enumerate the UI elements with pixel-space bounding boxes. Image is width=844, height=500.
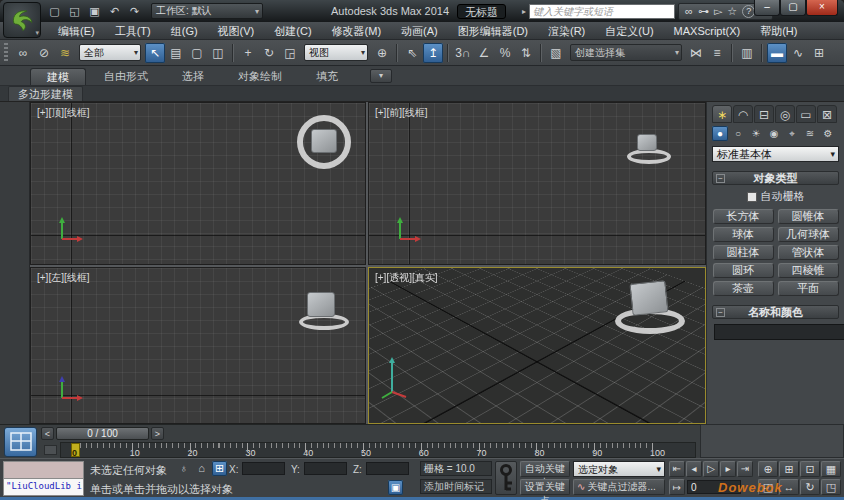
schematic-view-icon[interactable]: ⊞ bbox=[809, 43, 829, 63]
maxscript-mini-listener[interactable]: "LiuCloudLib i: bbox=[3, 461, 84, 497]
menu-item[interactable]: 渲染(R) bbox=[538, 22, 595, 40]
zoom-extents-all-icon[interactable]: ▦ bbox=[821, 461, 841, 477]
key-filters-button[interactable]: ∿关键点过滤器... bbox=[573, 479, 665, 495]
z-coordinate-input[interactable] bbox=[366, 462, 409, 475]
modify-tab-icon[interactable]: ◠ bbox=[733, 105, 753, 123]
menu-item[interactable]: 组(G) bbox=[161, 22, 208, 40]
align-icon[interactable]: ≡ bbox=[707, 43, 727, 63]
maximize-button[interactable]: ▢ bbox=[780, 0, 806, 16]
track-bar[interactable]: 0102030405060708090100 bbox=[60, 442, 696, 458]
zoom-all-icon[interactable]: ⊞ bbox=[779, 461, 799, 477]
use-pivot-center-icon[interactable]: ⊕ bbox=[372, 43, 392, 63]
select-and-link-icon[interactable]: ∞ bbox=[13, 43, 33, 63]
rollout-collapse-icon[interactable]: − bbox=[716, 174, 725, 183]
viewport-front-label[interactable]: [+][前][线框] bbox=[375, 106, 428, 120]
primitive-button[interactable]: 管状体 bbox=[778, 245, 839, 260]
primitive-button[interactable]: 长方体 bbox=[713, 209, 774, 224]
ribbon-tab[interactable]: 填充 bbox=[300, 68, 354, 85]
window-crossing-icon[interactable]: ◫ bbox=[208, 43, 228, 63]
orbit-icon[interactable]: ↻ bbox=[800, 479, 820, 495]
viewport-perspective-label[interactable]: [+][透视][真实] bbox=[375, 271, 438, 285]
key-mode-dropdown[interactable]: 选定对象 bbox=[573, 461, 665, 477]
primitive-button[interactable]: 四棱锥 bbox=[778, 263, 839, 278]
menu-item[interactable]: 修改器(M) bbox=[322, 22, 392, 40]
lights-category-icon[interactable]: ☀ bbox=[748, 126, 764, 141]
viewport-layout-tabs-button[interactable] bbox=[4, 427, 37, 457]
primitive-button[interactable]: 球体 bbox=[713, 227, 774, 242]
spinner-snap-icon[interactable]: ⇅ bbox=[516, 43, 536, 63]
scene-object-box[interactable] bbox=[311, 129, 337, 153]
cameras-category-icon[interactable]: ◉ bbox=[766, 126, 782, 141]
undo-icon[interactable]: ↶ bbox=[106, 3, 123, 19]
minimize-button[interactable]: – bbox=[754, 0, 780, 16]
menu-item[interactable]: 视图(V) bbox=[208, 22, 265, 40]
layer-manager-icon[interactable]: ▥ bbox=[737, 43, 757, 63]
rollout-collapse-icon[interactable]: − bbox=[716, 308, 725, 317]
select-move-icon[interactable]: + bbox=[238, 43, 258, 63]
search-input[interactable] bbox=[529, 4, 675, 19]
x-coordinate-input[interactable] bbox=[242, 462, 285, 475]
listener-macro-row[interactable] bbox=[3, 461, 84, 479]
scene-object-box[interactable] bbox=[637, 134, 657, 151]
workspace-dropdown[interactable]: 工作区: 默认 bbox=[151, 3, 263, 19]
select-rotate-icon[interactable]: ↻ bbox=[259, 43, 279, 63]
viewport-left[interactable]: [+][左][线框] bbox=[30, 267, 366, 424]
window-stack-icon[interactable]: ▣ bbox=[388, 480, 403, 495]
y-coordinate-input[interactable] bbox=[304, 462, 347, 475]
unlink-selection-icon[interactable]: ⊘ bbox=[34, 43, 54, 63]
ribbon-minimize-icon[interactable]: ▾ bbox=[370, 69, 392, 83]
go-to-start-button[interactable]: ⇤ bbox=[669, 461, 685, 477]
keyboard-override-icon[interactable]: ↥ bbox=[423, 43, 443, 63]
scene-object-box[interactable] bbox=[629, 280, 668, 316]
key-mode-toggle-button[interactable]: ↦ bbox=[669, 479, 685, 495]
reference-coordinate-dropdown[interactable]: 视图 bbox=[304, 44, 368, 61]
display-tab-icon[interactable]: ▭ bbox=[796, 105, 816, 123]
menu-item[interactable]: 编辑(E) bbox=[48, 22, 105, 40]
set-key-big-button[interactable] bbox=[495, 461, 517, 495]
menu-item[interactable]: 动画(A) bbox=[391, 22, 448, 40]
select-by-name-icon[interactable]: ▤ bbox=[166, 43, 186, 63]
mirror-icon[interactable]: ⋈ bbox=[686, 43, 706, 63]
shapes-category-icon[interactable]: ○ bbox=[730, 126, 746, 141]
go-to-end-button[interactable]: ⇥ bbox=[737, 461, 753, 477]
primitive-button[interactable]: 几何球体 bbox=[778, 227, 839, 242]
select-manipulate-icon[interactable]: ⇖ bbox=[402, 43, 422, 63]
zoom-extents-icon[interactable]: ⊡ bbox=[800, 461, 820, 477]
sign-in-key-icon[interactable]: ⊶ bbox=[698, 4, 709, 19]
viewport-top[interactable]: [+][顶][线框] bbox=[30, 102, 366, 265]
ribbon-toggle-icon[interactable]: ▬ bbox=[767, 43, 787, 63]
scene-object-box[interactable] bbox=[307, 292, 335, 317]
polygon-modeling-panel-tab[interactable]: 多边形建模 bbox=[8, 86, 83, 101]
ribbon-tab[interactable]: 自由形式 bbox=[88, 68, 164, 85]
menu-item[interactable]: 创建(C) bbox=[264, 22, 321, 40]
menu-item[interactable]: 自定义(U) bbox=[595, 22, 663, 40]
ribbon-tab[interactable]: 建模 bbox=[30, 68, 86, 85]
listener-script-row[interactable]: "LiuCloudLib i: bbox=[3, 479, 84, 496]
next-frame-arrow[interactable]: > bbox=[151, 427, 164, 440]
viewport-left-label[interactable]: [+][左][线框] bbox=[37, 271, 90, 285]
create-tab-icon[interactable]: ∗ bbox=[712, 105, 732, 123]
curve-editor-icon[interactable]: ∿ bbox=[788, 43, 808, 63]
communication-center-icon[interactable]: ▻ bbox=[714, 4, 722, 19]
menu-item[interactable]: 图形编辑器(D) bbox=[448, 22, 538, 40]
helpers-category-icon[interactable]: ⌖ bbox=[784, 126, 800, 141]
isolate-selection-icon[interactable]: ♁ bbox=[176, 461, 191, 476]
viewport-top-label[interactable]: [+][顶][线框] bbox=[37, 106, 90, 120]
ribbon-tab[interactable]: 选择 bbox=[166, 68, 220, 85]
viewport-perspective[interactable]: [+][透视][真实] bbox=[368, 267, 706, 424]
menu-item[interactable]: MAXScript(X) bbox=[664, 22, 751, 40]
current-frame-field[interactable] bbox=[687, 480, 741, 494]
percent-snap-icon[interactable]: % bbox=[495, 43, 515, 63]
play-button[interactable]: ▷ bbox=[703, 461, 719, 477]
redo-icon[interactable]: ↷ bbox=[126, 3, 143, 19]
primitive-button[interactable]: 平面 bbox=[778, 281, 839, 296]
select-scale-icon[interactable]: ◲ bbox=[280, 43, 300, 63]
favorites-star-icon[interactable]: ☆ bbox=[727, 4, 737, 19]
snaps-toggle-icon[interactable]: 3∩ bbox=[453, 43, 473, 63]
add-time-tag-button[interactable]: 添加时间标记 bbox=[420, 479, 492, 494]
selection-lock-icon[interactable]: ⌂ bbox=[194, 461, 209, 476]
save-file-icon[interactable]: ▣ bbox=[86, 3, 103, 19]
hierarchy-tab-icon[interactable]: ⊟ bbox=[754, 105, 774, 123]
next-frame-button[interactable]: ▸ bbox=[720, 461, 736, 477]
name-color-rollout-header[interactable]: − 名称和颜色 bbox=[712, 305, 839, 319]
